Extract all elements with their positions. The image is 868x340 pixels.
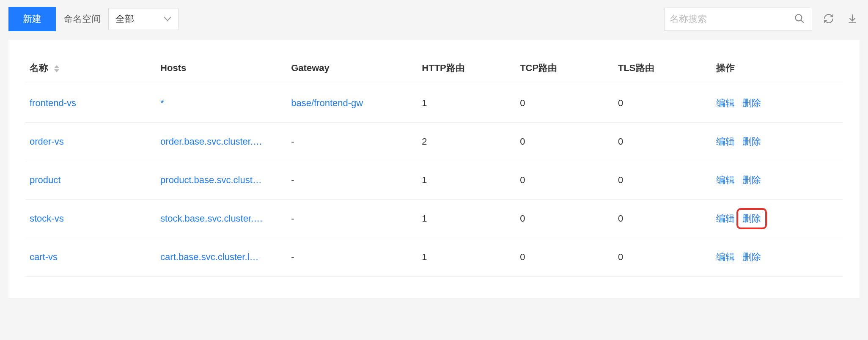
row-name-link[interactable]: cart-vs [30,252,58,262]
row-tls: 0 [614,84,712,123]
col-header-name[interactable]: 名称 [25,52,156,84]
edit-button[interactable]: 编辑 [716,135,735,148]
row-tcp: 0 [516,238,614,277]
row-actions: 编辑删除 [716,251,838,263]
row-gateway: - [287,200,418,238]
table-row: frontend-vs*base/frontend-gw100编辑删除 [25,84,843,123]
col-header-http: HTTP路由 [418,52,516,84]
row-gateway: - [287,161,418,200]
sort-icon [54,65,59,72]
row-http: 1 [418,161,516,200]
row-name-link[interactable]: order-vs [30,136,64,147]
virtualservice-table: 名称 Hosts Gateway HTTP路由 TCP路由 TLS路由 操作 f… [25,52,843,277]
table-row: cart-vscart.base.svc.cluster.l…-100编辑删除 [25,238,843,277]
namespace-select[interactable]: 全部 [108,8,179,30]
row-tls: 0 [614,123,712,161]
namespace-value: 全部 [115,13,134,25]
toolbar-left: 新建 命名空间 全部 [8,7,179,31]
row-gateway: - [287,238,418,277]
col-header-name-label: 名称 [30,63,48,73]
row-tcp: 0 [516,84,614,123]
row-http: 1 [418,200,516,238]
row-name-link[interactable]: product [30,175,60,185]
edit-button[interactable]: 编辑 [716,97,735,110]
refresh-icon [823,13,834,25]
search-button[interactable] [792,11,807,27]
row-gateway: - [287,123,418,161]
row-hosts-link[interactable]: stock.base.svc.cluster.… [160,213,263,224]
refresh-button[interactable] [821,11,836,27]
toolbar-right [664,8,860,31]
row-tls: 0 [614,238,712,277]
row-tcp: 0 [516,123,614,161]
namespace-label: 命名空间 [63,13,101,25]
row-tcp: 0 [516,161,614,200]
row-tls: 0 [614,200,712,238]
row-http: 1 [418,84,516,123]
svg-point-0 [795,14,802,21]
row-hosts-link[interactable]: cart.base.svc.cluster.l… [160,252,258,262]
table-row: order-vsorder.base.svc.cluster.…-200编辑删除 [25,123,843,161]
download-button[interactable] [845,11,860,27]
table-header-row: 名称 Hosts Gateway HTTP路由 TCP路由 TLS路由 操作 [25,52,843,84]
table-row: stock-vsstock.base.svc.cluster.…-100编辑删除 [25,200,843,238]
chevron-down-icon [164,16,171,22]
edit-button[interactable]: 编辑 [716,251,735,263]
toolbar: 新建 命名空间 全部 [8,7,860,31]
col-header-hosts: Hosts [156,52,287,84]
row-hosts-link[interactable]: order.base.svc.cluster.… [160,136,262,147]
col-header-tls: TLS路由 [614,52,712,84]
table-row: productproduct.base.svc.clust…-100编辑删除 [25,161,843,200]
row-actions: 编辑删除 [716,174,838,186]
row-gateway-link[interactable]: base/frontend-gw [291,98,363,108]
row-name-link[interactable]: frontend-vs [30,98,76,108]
delete-button[interactable]: 删除 [742,135,761,148]
download-icon [847,13,858,25]
new-button[interactable]: 新建 [8,7,56,31]
search-input[interactable] [670,14,792,25]
delete-button[interactable]: 删除 [742,174,761,186]
row-actions: 编辑删除 [716,135,838,148]
col-header-tcp: TCP路由 [516,52,614,84]
delete-button[interactable]: 删除 [742,251,761,263]
delete-button[interactable]: 删除 [742,97,761,110]
edit-button[interactable]: 编辑 [716,212,735,225]
row-actions: 编辑删除 [716,97,838,110]
row-http: 1 [418,238,516,277]
row-tls: 0 [614,161,712,200]
col-header-ops: 操作 [712,52,843,84]
row-name-link[interactable]: stock-vs [30,213,64,224]
search-wrap [664,8,812,31]
delete-button[interactable]: 删除 [736,208,767,229]
row-http: 2 [418,123,516,161]
col-header-gateway: Gateway [287,52,418,84]
row-actions: 编辑删除 [716,212,838,225]
search-icon [794,13,805,25]
row-tcp: 0 [516,200,614,238]
table-card: 名称 Hosts Gateway HTTP路由 TCP路由 TLS路由 操作 f… [8,40,860,298]
row-hosts-link[interactable]: * [160,98,164,108]
edit-button[interactable]: 编辑 [716,174,735,186]
svg-line-1 [801,20,804,23]
row-hosts-link[interactable]: product.base.svc.clust… [160,175,262,185]
